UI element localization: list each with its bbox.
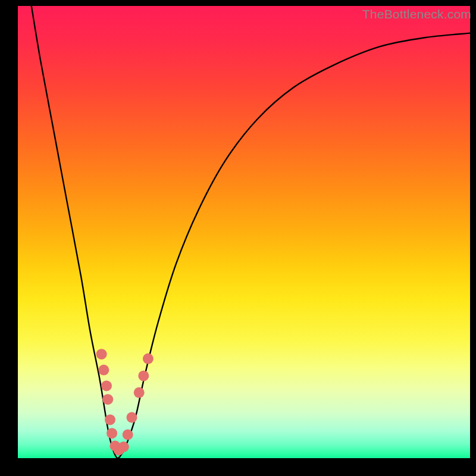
marker-dot — [134, 387, 145, 398]
marker-dot — [101, 380, 112, 391]
marker-dot — [127, 412, 137, 423]
marker-dot — [98, 365, 109, 375]
marker-dot — [102, 394, 113, 405]
marker-dot — [107, 428, 117, 439]
curve-markers — [96, 349, 154, 455]
bottleneck-curve — [32, 6, 470, 458]
marker-dot — [138, 371, 149, 381]
marker-dot — [123, 430, 133, 440]
marker-dot — [105, 414, 115, 425]
marker-dot — [118, 441, 129, 452]
chart-frame: TheBottleneck.com — [0, 0, 476, 476]
chart-svg — [18, 6, 470, 458]
curve-line — [32, 6, 470, 458]
marker-dot — [143, 353, 154, 364]
marker-dot — [96, 349, 107, 359]
watermark-text: TheBottleneck.com — [362, 7, 471, 21]
plot-area — [18, 6, 470, 458]
